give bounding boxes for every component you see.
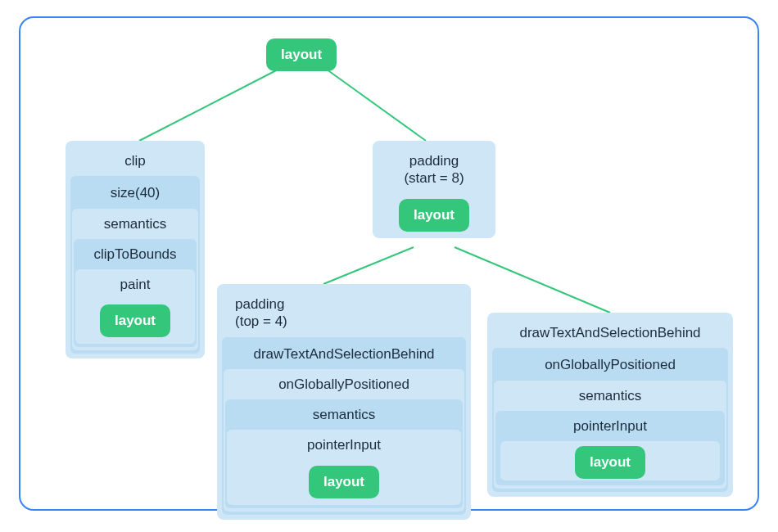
layout-pill: layout — [100, 304, 170, 337]
clip-card: clip size(40) semantics clipToBounds pai… — [66, 141, 205, 358]
modifier-label: pointerInput — [228, 430, 459, 460]
root-layout-node: layout — [266, 38, 337, 71]
modifier-label: paint — [77, 269, 193, 300]
modifier-label: onGloballyPositioned — [225, 369, 463, 399]
modifier-label: drawTextAndSelectionBehind — [224, 339, 464, 369]
modifier-label: size(40) — [72, 178, 198, 208]
modifier-label: pointerInput — [497, 411, 723, 441]
draw-text-card: drawTextAndSelectionBehind onGloballyPos… — [487, 313, 733, 497]
modifier-label: clip — [70, 146, 200, 176]
modifier-label: semantics — [227, 399, 461, 430]
svg-line-0 — [139, 67, 283, 141]
modifier-label: clipToBounds — [75, 239, 195, 269]
modifier-label: padding — [378, 146, 491, 169]
modifier-label: semantics — [74, 209, 197, 239]
modifier-label: padding — [222, 289, 466, 313]
svg-line-2 — [323, 247, 414, 284]
layout-pill: layout — [399, 199, 469, 232]
modifier-label: drawTextAndSelectionBehind — [492, 318, 728, 348]
svg-line-1 — [323, 67, 426, 141]
modifier-label: (start = 8) — [378, 169, 491, 193]
layout-pill: layout — [266, 38, 337, 71]
layout-pill: layout — [309, 466, 379, 498]
padding-top-card: padding (top = 4) drawTextAndSelectionBe… — [217, 284, 471, 520]
padding-start-card: padding (start = 8) layout — [373, 141, 495, 238]
modifier-label: (top = 4) — [222, 313, 466, 336]
diagram-frame: layout clip size(40) semantics clipToBou… — [19, 16, 759, 511]
svg-line-3 — [455, 247, 610, 313]
layout-pill: layout — [575, 446, 645, 479]
modifier-label: onGloballyPositioned — [494, 349, 726, 380]
modifier-label: semantics — [495, 381, 725, 411]
